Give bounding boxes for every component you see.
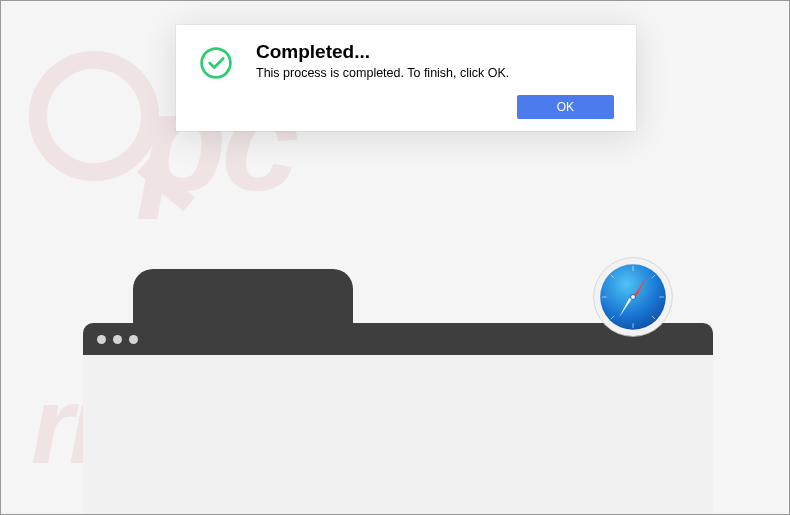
svg-point-13 [202, 49, 231, 78]
watermark-magnifier-handle [137, 159, 195, 211]
dialog-message: This process is completed. To finish, cl… [256, 66, 614, 80]
traffic-light-zoom-icon [129, 335, 138, 344]
check-complete-icon [198, 45, 234, 81]
watermark-magnifier-circle [29, 51, 159, 181]
browser-body [83, 355, 713, 515]
safari-browser-icon [592, 256, 674, 338]
dialog-text-block: Completed... This process is completed. … [256, 41, 614, 80]
browser-tab [133, 269, 353, 323]
svg-point-12 [631, 295, 636, 300]
traffic-light-close-icon [97, 335, 106, 344]
dialog-content: Completed... This process is completed. … [198, 41, 614, 81]
completed-dialog: Completed... This process is completed. … [176, 25, 636, 131]
dialog-title: Completed... [256, 41, 614, 63]
dialog-button-row: OK [198, 95, 614, 119]
traffic-light-minimize-icon [113, 335, 122, 344]
ok-button[interactable]: OK [517, 95, 614, 119]
